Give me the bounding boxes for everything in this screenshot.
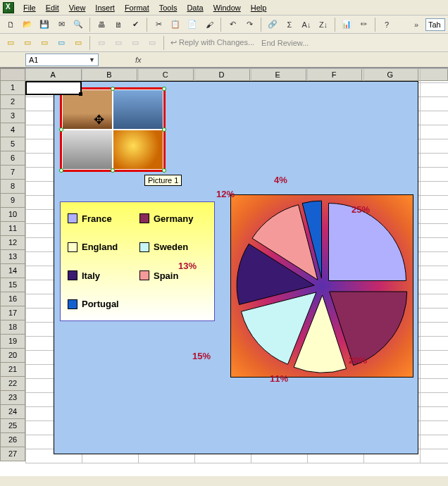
resize-handle[interactable]	[162, 168, 166, 173]
search-icon[interactable]: 🔍	[70, 17, 86, 32]
autosum-icon[interactable]: Σ	[282, 17, 297, 32]
chevron-down-icon[interactable]: ▼	[89, 56, 95, 63]
review-icon[interactable]: ▭	[37, 35, 52, 51]
review-icon-disabled: ▭	[144, 35, 160, 51]
row-header[interactable]: 13	[0, 250, 25, 264]
row-header[interactable]: 5	[0, 137, 25, 151]
sort-asc-icon[interactable]: A↓	[299, 17, 314, 32]
pie-slice[interactable]	[328, 204, 406, 281]
resize-handle[interactable]	[111, 87, 115, 91]
legend-entry[interactable]: Spain	[139, 265, 207, 287]
spellcheck-icon[interactable]: ✔	[127, 17, 143, 32]
spreadsheet-grid[interactable]: A B C D E F G 12345678910111213141516171…	[0, 68, 448, 476]
row-header[interactable]: 22	[0, 377, 25, 391]
row-header[interactable]: 3	[0, 109, 25, 123]
row-header[interactable]: 16	[0, 292, 25, 306]
menu-help[interactable]: Help	[246, 2, 272, 13]
row-header[interactable]: 26	[0, 433, 25, 447]
help-icon[interactable]: ?	[379, 17, 394, 32]
row-header[interactable]: 25	[0, 419, 25, 433]
app-icon[interactable]	[3, 2, 14, 13]
row-header[interactable]: 15	[0, 278, 25, 292]
mail-icon[interactable]: ✉	[54, 17, 69, 32]
separator	[335, 18, 335, 32]
picture-quadrant	[113, 130, 163, 170]
menu-window[interactable]: Window	[209, 2, 246, 13]
menu-tools[interactable]: Tools	[154, 2, 182, 13]
new-icon[interactable]: 🗋	[3, 17, 18, 32]
resize-handle[interactable]	[59, 168, 63, 173]
row-header[interactable]: 21	[0, 363, 25, 377]
row-header[interactable]: 2	[0, 95, 25, 109]
cut-icon[interactable]: ✂	[151, 17, 166, 32]
font-name-box[interactable]: Tah	[425, 18, 445, 31]
paste-icon[interactable]: 📄	[185, 17, 200, 32]
review-icon[interactable]: ▭	[70, 35, 86, 51]
legend-swatch	[68, 213, 77, 223]
sort-desc-icon[interactable]: Z↓	[316, 17, 331, 32]
undo-icon[interactable]: ↶	[225, 17, 240, 32]
row-header[interactable]: 4	[0, 123, 25, 137]
row-header[interactable]: 1	[0, 81, 25, 95]
row-header[interactable]: 19	[0, 335, 25, 349]
row-header[interactable]: 18	[0, 320, 25, 335]
hyperlink-icon[interactable]: 🔗	[265, 17, 280, 32]
review-icon-disabled: ▭	[111, 35, 126, 51]
legend-entry[interactable]: France	[68, 208, 135, 230]
menu-file[interactable]: File	[18, 2, 41, 13]
formula-bar-row: A1 ▼ fx	[0, 52, 448, 68]
format-painter-icon[interactable]: 🖌	[201, 17, 217, 32]
chart-object[interactable]: ✥ Picture 1 FranceGermanyEnglandSwedenIt…	[54, 81, 418, 454]
menu-insert[interactable]: Insert	[90, 2, 120, 13]
row-header[interactable]: 9	[0, 194, 25, 208]
name-box[interactable]: A1 ▼	[25, 54, 99, 66]
embedded-picture[interactable]: ✥	[60, 87, 166, 172]
menubar: File Edit View Insert Format Tools Data …	[0, 0, 448, 15]
legend-entry[interactable]: Sweden	[139, 237, 207, 258]
print-preview-icon[interactable]: 🗎	[111, 17, 126, 32]
save-icon[interactable]: 💾	[37, 17, 52, 32]
fx-label[interactable]: fx	[135, 56, 142, 64]
drawing-icon[interactable]: ✏	[356, 17, 371, 32]
copy-icon[interactable]: 📋	[168, 17, 183, 32]
row-header[interactable]: 12	[0, 236, 25, 250]
resize-handle[interactable]	[111, 168, 115, 173]
legend-entry[interactable]: Italy	[68, 265, 135, 287]
resize-handle[interactable]	[59, 127, 63, 132]
redo-icon[interactable]: ↷	[242, 17, 257, 32]
select-all-corner[interactable]	[0, 68, 25, 81]
row-header[interactable]: 7	[0, 166, 25, 180]
chart-wizard-icon[interactable]: 📊	[339, 17, 354, 32]
row-header[interactable]: 23	[0, 391, 25, 405]
row-header[interactable]: 20	[0, 349, 25, 363]
pie-chart[interactable]	[230, 194, 413, 378]
row-header[interactable]: 27	[0, 447, 25, 461]
row-header[interactable]: 24	[0, 405, 25, 419]
review-icon[interactable]: ▭	[20, 35, 35, 51]
resize-handle[interactable]	[162, 127, 166, 132]
toolbar-reviewing: ▭ ▭ ▭ ▭ ▭ ▭ ▭ ▭ ▭ ↩ Reply with Changes..…	[0, 34, 448, 52]
legend-entry[interactable]: Portugal	[68, 294, 135, 316]
menu-format[interactable]: Format	[120, 2, 154, 13]
review-icon[interactable]: ▭	[3, 35, 18, 51]
pie-percent-label: 20%	[349, 355, 367, 366]
review-icon[interactable]: ▭	[54, 35, 69, 51]
print-icon[interactable]: 🖶	[94, 17, 109, 32]
open-icon[interactable]: 📂	[20, 17, 35, 32]
toolbar-overflow[interactable]: »	[414, 20, 418, 29]
picture-tooltip: Picture 1	[144, 175, 182, 186]
row-header[interactable]: 14	[0, 264, 25, 278]
separator	[89, 18, 90, 32]
row-header[interactable]: 17	[0, 306, 25, 320]
legend-entry[interactable]: England	[68, 237, 135, 258]
resize-handle[interactable]	[162, 87, 166, 91]
row-header[interactable]: 11	[0, 222, 25, 236]
active-cell[interactable]	[25, 81, 82, 95]
row-header[interactable]: 6	[0, 151, 25, 166]
menu-data[interactable]: Data	[182, 2, 208, 13]
menu-edit[interactable]: Edit	[41, 2, 64, 13]
row-header[interactable]: 10	[0, 208, 25, 222]
menu-view[interactable]: View	[64, 2, 91, 13]
legend-entry[interactable]: Germany	[139, 208, 207, 230]
row-header[interactable]: 8	[0, 180, 25, 194]
